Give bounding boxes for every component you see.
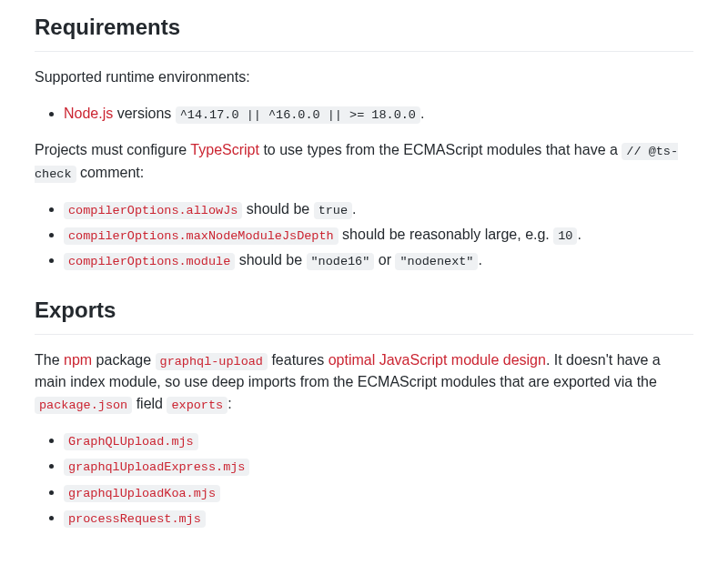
exports-p2: package [92,352,155,368]
list-item: Node.js versions ^14.17.0 || ^16.0.0 || … [64,103,693,125]
list-item: graphqlUploadExpress.mjs [64,455,693,477]
list-item: compilerOptions.maxNodeModuleJsDepth sho… [64,224,693,246]
list-item: processRequest.mjs [64,507,693,529]
list-item: compilerOptions.module should be "node16… [64,249,693,271]
exports-intro-paragraph: The npm package graphql-upload features … [35,349,693,416]
option-value: 10 [553,227,577,245]
typescript-link[interactable]: TypeScript [190,142,259,157]
package-json-link[interactable]: package.json [35,396,132,411]
period: . [478,252,481,267]
package-link[interactable]: graphql-upload [156,352,268,368]
option-text: should be [235,252,306,267]
requirements-intro: Supported runtime environments: [35,66,693,88]
export-file-link[interactable]: GraphQLUpload.mjs [64,432,198,448]
ts-intro-paragraph: Projects must configure TypeScript to us… [35,139,693,184]
requirements-heading: Requirements [35,0,693,52]
exports-p6: : [228,396,231,411]
exports-field-link[interactable]: exports [167,396,228,411]
list-item: compilerOptions.allowJs should be true. [64,198,693,220]
compiler-option-link[interactable]: compilerOptions.allowJs [64,201,242,217]
ts-intro-p1: Projects must configure [35,142,190,157]
exports-p3: features [268,352,329,368]
period: . [420,106,424,121]
exports-heading: Exports [35,294,693,335]
module-design-link[interactable]: optimal JavaScript module design [329,352,546,368]
npm-link[interactable]: npm [64,352,92,368]
exports-p5: field [132,396,167,411]
option-value: true [314,202,352,219]
option-text: should be reasonably large, e.g. [339,227,554,242]
compiler-option-link[interactable]: compilerOptions.module [64,252,235,267]
export-file-link[interactable]: processRequest.mjs [64,510,206,525]
ts-options-list: compilerOptions.allowJs should be true. … [35,198,693,272]
runtime-list: Node.js versions ^14.17.0 || ^16.0.0 || … [35,103,693,125]
export-file-link[interactable]: graphqlUploadKoa.mjs [64,484,220,499]
list-item: graphqlUploadKoa.mjs [64,481,693,503]
period: . [352,201,356,217]
ts-intro-p3: comment: [76,165,145,180]
nodejs-link[interactable]: Node.js [64,106,113,121]
compiler-option-link[interactable]: compilerOptions.maxNodeModuleJsDepth [64,227,339,242]
versions-code: ^14.17.0 || ^16.0.0 || >= 18.0.0 [176,106,420,124]
exports-p1: The [35,352,64,368]
ts-intro-p2: to use types from the ECMAScript modules… [259,142,622,157]
exports-files-list: GraphQLUpload.mjs graphqlUploadExpress.m… [35,429,693,529]
period: . [577,227,581,242]
export-file-link[interactable]: graphqlUploadExpress.mjs [64,458,249,473]
list-item: GraphQLUpload.mjs [64,429,693,451]
option-value: "node16" [307,253,375,270]
option-value2: "nodenext" [395,253,478,270]
option-text: should be [242,201,313,217]
versions-text: versions [113,106,175,121]
option-mid: or [374,252,395,267]
